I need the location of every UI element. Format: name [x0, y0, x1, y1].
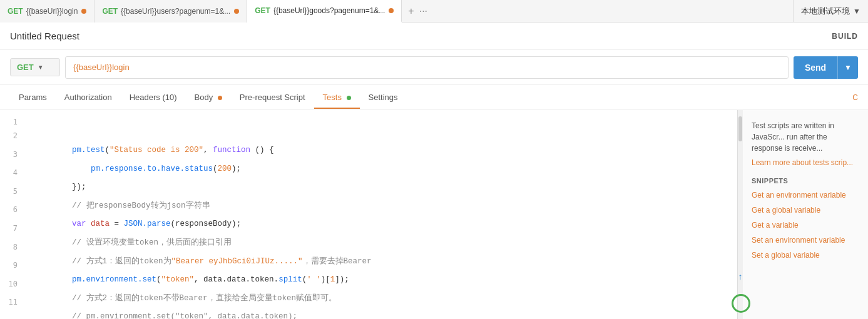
tab-tests[interactable]: Tests	[314, 86, 360, 108]
request-title: Untitled Request	[10, 31, 79, 41]
send-arrow-icon: ▼	[837, 56, 858, 79]
method-select[interactable]: GET ▼	[10, 58, 60, 76]
method-value: GET	[17, 63, 34, 72]
tab-body[interactable]: Body	[186, 86, 231, 108]
tab-1-url: {{baseUrl}}login	[26, 7, 78, 16]
tab-3-url: {{baseUrl}}goods?pagenum=1&...	[273, 6, 385, 15]
right-panel: Test scripts are written in JavaScr... r…	[743, 110, 868, 319]
scrollbar[interactable]: ↑	[738, 110, 743, 319]
scrollbar-thumb[interactable]	[738, 116, 742, 141]
code-line-4: 4 });	[0, 166, 737, 185]
code-line-5: 5 // 把responseBody转为json字符串	[0, 185, 737, 203]
tab-authorization[interactable]: Authorization	[56, 86, 121, 108]
tab-2-url: {{baseUrl}}users?pagenum=1&...	[121, 7, 230, 16]
nav-tabs: Params Authorization Headers (10) Body P…	[0, 85, 868, 110]
tab-1-dot	[81, 9, 86, 14]
request-title-bar: Untitled Request BUILD	[0, 23, 868, 50]
scroll-up-icon[interactable]: ↑	[738, 271, 743, 281]
snippet-get-global[interactable]: Get a global variable	[752, 206, 859, 215]
tab-3-method: GET	[255, 6, 270, 15]
snippet-set-global[interactable]: Set a global variable	[752, 251, 859, 260]
tab-3[interactable]: GET {{baseUrl}}goods?pagenum=1&...	[247, 0, 402, 23]
code-line-11: 11 // pm.environment.set("token", data.d…	[0, 295, 737, 314]
url-bar: GET ▼ Send ▼	[0, 50, 868, 85]
green-ring	[732, 294, 750, 313]
right-panel-desc: Test scripts are written in JavaScr... r…	[752, 120, 859, 154]
code-line-3: 3 pm.response.to.have.status(200);	[0, 148, 737, 166]
tab-bar: GET {{baseUrl}}login GET {{baseUrl}}user…	[0, 0, 868, 23]
tab-2[interactable]: GET {{baseUrl}}users?pagenum=1&...	[94, 0, 247, 23]
code-editor[interactable]: 1 2 pm.test("Status code is 200", functi…	[0, 110, 738, 319]
snippets-title: SNIPPETS	[752, 177, 859, 185]
build-button[interactable]: BUILD	[832, 32, 858, 41]
env-arrow-icon: ▼	[853, 7, 860, 16]
tests-dot	[347, 96, 351, 100]
tab-3-dot	[389, 8, 394, 13]
learn-more-link[interactable]: Learn more about tests scrip...	[752, 158, 859, 168]
code-lines: 1 2 pm.test("Status code is 200", functi…	[0, 110, 737, 319]
code-line-2: 2 pm.test("Status code is 200", function…	[0, 129, 737, 148]
tab-prerequest[interactable]: Pre-request Script	[231, 86, 314, 108]
snippet-get-var[interactable]: Get a variable	[752, 221, 859, 230]
code-line-8: 8 // 方式1：返回的token为"Bearer eyJhbGci0iJIUz…	[0, 240, 737, 259]
code-line-7: 7 // 设置环境变量token，供后面的接口引用	[0, 221, 737, 240]
method-arrow-icon: ▼	[38, 64, 44, 71]
add-tab-icon: +	[408, 6, 414, 17]
tab-2-method: GET	[102, 7, 118, 16]
code-line-6: 6 var data = JSON.parse(responseBody);	[0, 203, 737, 221]
tab-headers[interactable]: Headers (10)	[121, 86, 186, 108]
url-input[interactable]	[65, 56, 789, 79]
tab-1[interactable]: GET {{baseUrl}}login	[0, 0, 94, 23]
body-dot	[218, 96, 222, 100]
tab-2-dot	[234, 9, 239, 14]
snippet-set-env[interactable]: Set an environment variable	[752, 236, 859, 245]
tab-params[interactable]: Params	[10, 86, 56, 108]
snippet-get-env[interactable]: Get an environment variable	[752, 191, 859, 200]
main-content: 1 2 pm.test("Status code is 200", functi…	[0, 110, 868, 319]
send-button[interactable]: Send ▼	[794, 56, 858, 79]
env-selector[interactable]: 本地测试环境 生产环境 测试环境 ▼	[793, 0, 868, 23]
tab-add-button[interactable]: + ···	[402, 6, 434, 17]
right-panel-link-top[interactable]: C	[852, 93, 858, 102]
send-label: Send	[794, 56, 837, 79]
tab-1-method: GET	[8, 7, 23, 16]
code-line-9: 9 pm.environment.set("token", data.data.…	[0, 258, 737, 277]
code-line-10: 10 // 方式2：返回的token不带Bearer，直接给全局变量token赋…	[0, 277, 737, 296]
more-tabs-icon: ···	[419, 6, 427, 17]
code-line-1: 1	[0, 115, 737, 129]
tab-settings[interactable]: Settings	[360, 86, 407, 108]
